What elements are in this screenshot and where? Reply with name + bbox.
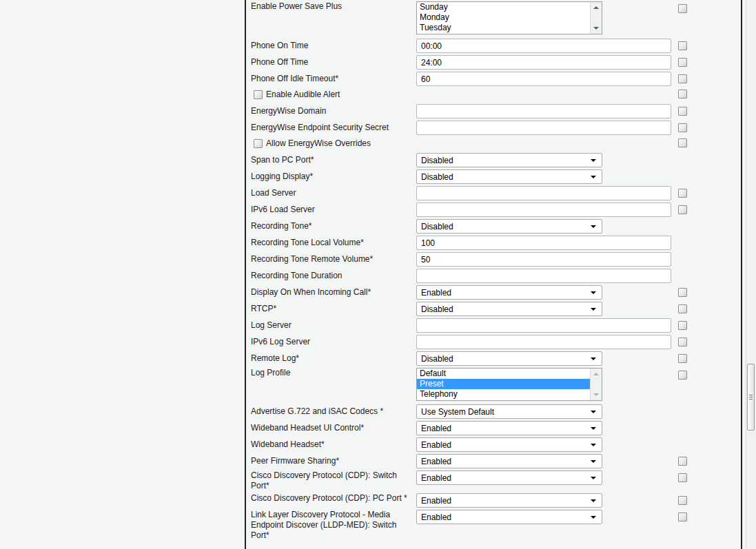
span-to-pc-port-select[interactable]: Disabled	[416, 153, 602, 167]
listbox-option[interactable]: Monday	[417, 12, 602, 23]
scroll-up-icon[interactable]	[593, 373, 599, 375]
energywise-endpoint-security-secret-label: EnergyWise Endpoint Security Secret	[251, 123, 416, 133]
override-checkbox[interactable]	[678, 288, 687, 297]
peer-firmware-sharing-select[interactable]: Enabled	[416, 454, 602, 468]
row-remote-log: Remote Log*Disabled	[246, 351, 741, 366]
override-checkbox[interactable]	[678, 338, 687, 346]
load-server-label: Load Server	[251, 188, 416, 198]
phone-off-time-control	[416, 55, 678, 70]
enable-audible-alert-checkbox[interactable]	[254, 90, 263, 99]
scroll-up-icon[interactable]	[593, 6, 599, 9]
recording-tone-duration-input[interactable]	[416, 269, 671, 283]
listbox-option[interactable]: Default	[417, 369, 602, 379]
log-profile-listbox[interactable]: DefaultPresetTelephony	[416, 368, 602, 401]
selected-value: Disabled	[421, 156, 453, 165]
listbox-scrollbar[interactable]	[590, 369, 602, 400]
link-layer-discovery-protocol-media-endpoint-discover-lldp-med-switch-port-select[interactable]: Enabled	[416, 510, 602, 524]
page-scrollbar-thumb[interactable]	[747, 364, 755, 431]
advertise-g-722-and-isac-codecs-select[interactable]: Use System Default	[416, 404, 602, 419]
remote-log-select[interactable]: Disabled	[416, 351, 602, 366]
phone-off-time-input[interactable]	[416, 55, 671, 70]
row-phone-on-time: Phone On Time	[246, 39, 741, 53]
rtcp-select[interactable]: Disabled	[416, 302, 602, 316]
peer-firmware-sharing-control: Enabled	[416, 454, 678, 468]
selected-value: Disabled	[421, 304, 453, 314]
selected-value: Enabled	[421, 512, 451, 522]
override-checkbox[interactable]	[678, 354, 687, 363]
recording-tone-remote-volume-input[interactable]	[416, 252, 671, 267]
scrollbar-grip-icon	[749, 395, 753, 400]
override-checkbox[interactable]	[678, 496, 687, 505]
phone-off-idle-timeout-input[interactable]	[416, 72, 671, 86]
wideband-headset-select[interactable]: Enabled	[416, 437, 602, 452]
log-server-input[interactable]	[416, 318, 671, 333]
override-checkbox[interactable]	[678, 512, 687, 521]
override-checkbox[interactable]	[678, 58, 687, 67]
recording-tone-duration-control	[416, 269, 678, 283]
override-checkbox[interactable]	[678, 304, 687, 313]
recording-tone-local-volume-input[interactable]	[416, 236, 671, 250]
remote-log-control: Disabled	[416, 351, 678, 366]
row-cisco-discovery-protocol-cdp-pc-port: Cisco Discovery Protocol (CDP): PC Port …	[246, 493, 741, 508]
advertise-g-722-and-isac-codecs-control: Use System Default	[416, 404, 678, 419]
override-checkbox[interactable]	[678, 205, 687, 214]
logging-display-control: Disabled	[416, 169, 678, 184]
scroll-down-icon[interactable]	[593, 393, 599, 396]
energywise-domain-control	[416, 104, 678, 118]
dropdown-arrow-icon	[591, 444, 596, 446]
listbox-option[interactable]: Telephony	[417, 389, 602, 400]
override-checkbox[interactable]	[678, 123, 687, 132]
selected-value: Enabled	[421, 424, 451, 433]
cisco-discovery-protocol-cdp-pc-port-select[interactable]: Enabled	[416, 493, 602, 508]
phone-on-time-input[interactable]	[416, 39, 671, 53]
ipv6-log-server-input[interactable]	[416, 335, 671, 349]
span-to-pc-port-label: Span to PC Port*	[251, 155, 416, 165]
row-span-to-pc-port: Span to PC Port*Disabled	[246, 153, 741, 167]
log-profile-control: DefaultPresetTelephony	[416, 368, 678, 401]
allow-energywise-overrides-checkbox[interactable]	[254, 139, 263, 148]
wideband-headset-ui-control-select[interactable]: Enabled	[416, 421, 602, 435]
log-server-label: Log Server	[251, 320, 416, 331]
dropdown-arrow-icon	[591, 411, 596, 413]
phone-off-idle-timeout-label: Phone Off Idle Timeout*	[251, 74, 416, 84]
cisco-discovery-protocol-cdp-switch-port-control: Enabled	[416, 470, 678, 485]
override-checkbox[interactable]	[678, 107, 687, 116]
wideband-headset-ui-control-label: Wideband Headset UI Control*	[251, 423, 416, 433]
energywise-endpoint-security-secret-input[interactable]	[416, 121, 671, 135]
energywise-domain-input[interactable]	[416, 104, 671, 118]
override-checkbox[interactable]	[678, 371, 687, 380]
row-rtcp: RTCP*Disabled	[246, 302, 741, 316]
row-ipv6-load-server: IPv6 Load Server	[246, 203, 741, 217]
override-checkbox[interactable]	[678, 321, 687, 330]
override-checkbox[interactable]	[678, 138, 687, 147]
row-phone-off-time: Phone Off Time	[246, 55, 741, 70]
listbox-option[interactable]: Sunday	[417, 2, 602, 12]
page-scrollbar[interactable]	[746, 0, 756, 549]
listbox-option[interactable]: Preset	[417, 379, 602, 389]
cisco-discovery-protocol-cdp-pc-port-label: Cisco Discovery Protocol (CDP): PC Port …	[251, 493, 416, 504]
override-checkbox[interactable]	[678, 473, 687, 482]
rtcp-label: RTCP*	[251, 304, 416, 314]
override-checkbox[interactable]	[678, 457, 687, 466]
scroll-down-icon[interactable]	[593, 27, 599, 30]
energywise-domain-label: EnergyWise Domain	[251, 106, 416, 116]
recording-tone-select[interactable]: Disabled	[416, 219, 602, 234]
display-on-when-incoming-call-label: Display On When Incoming Call*	[251, 287, 416, 298]
wideband-headset-ui-control-control: Enabled	[416, 421, 678, 435]
ipv6-load-server-input[interactable]	[416, 203, 671, 217]
enable-power-save-plus-listbox[interactable]: SundayMondayTuesday	[416, 1, 602, 34]
cisco-discovery-protocol-cdp-switch-port-select[interactable]: Enabled	[416, 470, 602, 485]
override-checkbox[interactable]	[678, 74, 687, 83]
override-checkbox[interactable]	[678, 4, 687, 13]
logging-display-select[interactable]: Disabled	[416, 169, 602, 184]
row-energywise-endpoint-security-secret: EnergyWise Endpoint Security Secret	[246, 121, 741, 135]
listbox-scrollbar[interactable]	[590, 2, 602, 34]
listbox-option[interactable]: Tuesday	[417, 23, 602, 33]
load-server-input[interactable]	[416, 186, 671, 200]
override-checkbox[interactable]	[678, 189, 687, 198]
row-wideband-headset: Wideband Headset*Enabled	[246, 437, 741, 452]
ipv6-log-server-control	[416, 335, 678, 349]
display-on-when-incoming-call-select[interactable]: Enabled	[416, 285, 602, 300]
override-checkbox[interactable]	[678, 41, 687, 50]
override-checkbox[interactable]	[678, 90, 687, 99]
